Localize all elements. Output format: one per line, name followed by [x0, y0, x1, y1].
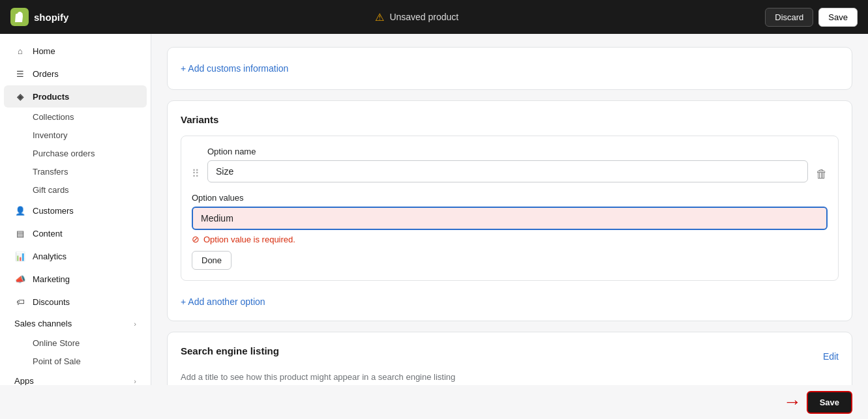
sidebar-label-collections: Collections [33, 112, 74, 122]
customs-card: + Add customs information [167, 47, 852, 90]
shopify-logo-text: shopify [34, 12, 68, 23]
sidebar-item-gift-cards[interactable]: Gift cards [4, 181, 147, 199]
apps-chevron-icon: › [134, 377, 136, 385]
sidebar-item-inventory[interactable]: Inventory [4, 126, 147, 144]
arrow-indicator: → Save [783, 391, 852, 414]
sidebar-label-discounts: Discounts [33, 297, 70, 307]
option-fields: Option name [207, 147, 808, 182]
marketing-icon: 📣 [14, 273, 26, 285]
customers-icon: 👤 [14, 205, 26, 216]
discounts-icon: 🏷 [14, 296, 26, 308]
red-arrow-icon: → [783, 392, 801, 412]
sidebar-item-home[interactable]: ⌂ Home [4, 40, 147, 62]
topbar-actions: Discard Save [765, 8, 858, 27]
save-bottom-button[interactable]: Save [807, 391, 852, 414]
warning-icon: ⚠ [375, 11, 384, 23]
sidebar-item-discounts[interactable]: 🏷 Discounts [4, 291, 147, 313]
option-values-label: Option values [192, 193, 828, 203]
error-row: ⊘ Option value is required. [192, 234, 828, 244]
option-values-section: Option values ⊘ Option value is required… [192, 193, 828, 270]
variants-card: Variants ⠿ Option name 🗑 Option values ⊘ [167, 100, 852, 321]
sidebar-label-inventory: Inventory [33, 130, 67, 140]
sales-channels-section[interactable]: Sales channels › [4, 313, 147, 334]
sidebar-label-home: Home [33, 46, 55, 56]
option-name-label: Option name [207, 147, 808, 156]
seo-card: Search engine listing Edit Add a title t… [167, 332, 852, 385]
sales-channels-label: Sales channels [14, 319, 72, 328]
sidebar-label-transfers: Transfers [33, 167, 68, 177]
sidebar-item-point-of-sale[interactable]: Point of Sale [4, 353, 147, 370]
sidebar-item-transfers[interactable]: Transfers [4, 163, 147, 181]
topbar-title: ⚠ Unsaved product [375, 11, 458, 23]
sidebar-label-analytics: Analytics [33, 252, 67, 261]
sidebar-label-content: Content [33, 229, 63, 238]
option-row: ⠿ Option name 🗑 [192, 147, 828, 182]
orders-icon: ☰ [14, 68, 26, 79]
sidebar-label-online-store: Online Store [33, 338, 80, 348]
delete-option-icon[interactable]: 🗑 [816, 167, 828, 181]
sidebar-label-orders: Orders [33, 69, 59, 79]
error-icon: ⊘ [192, 234, 200, 244]
apps-section[interactable]: Apps › [4, 371, 147, 385]
unsaved-label: Unsaved product [389, 12, 458, 22]
products-icon: ◈ [14, 91, 26, 102]
option-name-input[interactable] [207, 160, 808, 182]
seo-description: Add a title to see how this product migh… [181, 372, 839, 382]
add-option-link[interactable]: + Add another option [181, 296, 265, 307]
main-layout: ⌂ Home ☰ Orders ◈ Products Collections I… [0, 34, 868, 385]
sidebar-item-online-store[interactable]: Online Store [4, 334, 147, 352]
sidebar-label-gift-cards: Gift cards [33, 185, 69, 195]
seo-title: Search engine listing [181, 345, 279, 356]
sidebar-label-purchase-orders: Purchase orders [33, 149, 95, 158]
shopify-logo: shopify [10, 8, 68, 26]
shopify-logo-icon [10, 8, 29, 26]
content-area: + Add customs information Variants ⠿ Opt… [151, 34, 868, 385]
variants-title: Variants [181, 114, 839, 125]
sidebar-item-products[interactable]: ◈ Products [4, 85, 147, 108]
sidebar-item-marketing[interactable]: 📣 Marketing [4, 268, 147, 290]
drag-handle-icon[interactable]: ⠿ [192, 167, 200, 180]
discard-button[interactable]: Discard [765, 8, 813, 27]
done-button[interactable]: Done [192, 251, 232, 270]
content-icon: ▤ [14, 227, 26, 239]
seo-edit-link[interactable]: Edit [823, 351, 839, 362]
sidebar-label-customers: Customers [33, 206, 74, 216]
sidebar: ⌂ Home ☰ Orders ◈ Products Collections I… [0, 34, 151, 385]
sidebar-label-point-of-sale: Point of Sale [33, 356, 81, 366]
analytics-icon: 📊 [14, 250, 26, 262]
option-block: ⠿ Option name 🗑 Option values ⊘ Option v… [181, 136, 839, 281]
apps-label: Apps [14, 376, 34, 385]
add-customs-link[interactable]: + Add customs information [181, 61, 288, 76]
sidebar-item-purchase-orders[interactable]: Purchase orders [4, 145, 147, 162]
sidebar-label-products: Products [33, 92, 69, 102]
sidebar-item-collections[interactable]: Collections [4, 108, 147, 126]
error-message: Option value is required. [203, 235, 295, 244]
home-icon: ⌂ [14, 45, 26, 57]
topbar-left: shopify [10, 8, 68, 26]
sidebar-item-orders[interactable]: ☰ Orders [4, 63, 147, 85]
sidebar-item-analytics[interactable]: 📊 Analytics [4, 245, 147, 267]
sidebar-label-marketing: Marketing [33, 274, 70, 284]
sidebar-item-content[interactable]: ▤ Content [4, 222, 147, 244]
chevron-down-icon: › [134, 320, 136, 328]
seo-card-header: Search engine listing Edit [181, 345, 839, 367]
topbar: shopify ⚠ Unsaved product Discard Save [0, 0, 868, 34]
sidebar-item-customers[interactable]: 👤 Customers [4, 199, 147, 222]
bottom-bar: → Save [0, 385, 868, 419]
save-top-button[interactable]: Save [818, 8, 858, 27]
option-value-input[interactable] [192, 207, 828, 230]
